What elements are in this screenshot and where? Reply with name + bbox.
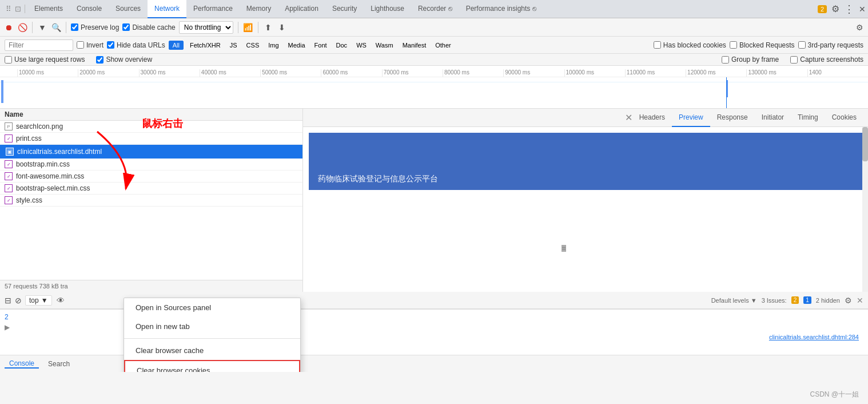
hide-data-urls-checkbox[interactable]: Hide data URLs	[107, 41, 165, 49]
filter-icon[interactable]: ▼	[37, 22, 47, 33]
filter-input[interactable]	[5, 39, 73, 51]
preview-blue-bar: 药物临床试验登记与信息公示平台	[309, 133, 862, 190]
tab-security[interactable]: Security	[325, 0, 364, 18]
tab-network[interactable]: Network	[148, 0, 186, 18]
has-blocked-cookies-checkbox[interactable]: Has blocked cookies	[654, 41, 726, 49]
tab-performance[interactable]: Performance	[186, 0, 240, 18]
show-overview-checkbox[interactable]: Show overview	[96, 56, 152, 64]
tab-console-bottom[interactable]: Console	[5, 359, 39, 369]
preview-scroll[interactable]: 药物临床试验登记与信息公示平台	[303, 127, 868, 292]
console-close-icon[interactable]: ✕	[857, 296, 863, 305]
tab-lighthouse[interactable]: Lighthouse	[364, 0, 411, 18]
close-icon[interactable]: ✕	[859, 5, 866, 14]
tab-application[interactable]: Application	[278, 0, 325, 18]
export-icon[interactable]: ⬇	[277, 22, 287, 33]
group-by-frame-checkbox[interactable]: Group by frame	[722, 56, 779, 64]
more-icon[interactable]: ⋮	[844, 3, 854, 15]
tab-timing[interactable]: Timing	[791, 109, 825, 127]
import-icon[interactable]: ⬆	[263, 22, 273, 33]
name-column-header: Name	[5, 110, 23, 118]
blocked-requests-input[interactable]	[730, 41, 737, 49]
scrollbar-thumb[interactable]	[862, 127, 868, 161]
expand-icon[interactable]: ▶	[5, 323, 10, 331]
tab-recorder[interactable]: Recorder ⎋	[411, 0, 459, 18]
file-item[interactable]: ✓ bootstrap.min.css	[0, 159, 302, 171]
default-levels-label[interactable]: Default levels ▼	[711, 297, 757, 304]
large-rows-checkbox[interactable]: Use large request rows	[5, 56, 85, 64]
file-item[interactable]: ✓ font-awesome.min.css	[0, 171, 302, 183]
tick-12: 130000 ms	[746, 69, 807, 77]
filter-css-btn[interactable]: CSS	[244, 41, 262, 49]
clear-icon[interactable]: 🚫	[17, 22, 27, 33]
panel-close-icon[interactable]: ✕	[625, 112, 632, 123]
tab-sources[interactable]: Sources	[109, 0, 148, 18]
preview-title: 药物临床试验登记与信息公示平台	[318, 174, 438, 184]
hide-data-urls-input[interactable]	[107, 41, 114, 49]
tab-memory[interactable]: Memory	[240, 0, 278, 18]
filter-other-btn[interactable]: Other	[432, 41, 454, 49]
eye-icon[interactable]: 👁	[57, 296, 65, 305]
ctx-open-sources[interactable]: Open in Sources panel	[124, 298, 300, 317]
show-overview-input[interactable]	[96, 56, 103, 64]
tab-initiator[interactable]: Initiator	[755, 109, 791, 127]
devtools-settings-icon[interactable]: ⚙	[854, 22, 865, 33]
search-icon[interactable]: 🔍	[51, 22, 61, 33]
filter-fetchxhr-btn[interactable]: Fetch/XHR	[187, 41, 224, 49]
hidden-settings-icon[interactable]: ⚙	[845, 296, 852, 305]
capture-screenshots-input[interactable]	[790, 56, 798, 64]
large-rows-input[interactable]	[5, 56, 12, 64]
file-item[interactable]: ✓ style.css	[0, 195, 302, 207]
filter-doc-btn[interactable]: Doc	[333, 41, 351, 49]
tab-elements[interactable]: Elements	[27, 0, 70, 18]
tab-cookies[interactable]: Cookies	[825, 109, 863, 127]
disable-cache-input[interactable]	[122, 23, 130, 31]
sep4	[258, 22, 258, 33]
filter-img-btn[interactable]: Img	[265, 41, 281, 49]
file-item-selected[interactable]: ▣ clinicaltrials.searchlist.dhtml	[0, 145, 302, 159]
third-party-input[interactable]	[798, 41, 806, 49]
filter-wasm-btn[interactable]: Wasm	[373, 41, 396, 49]
tab-console[interactable]: Console	[70, 0, 109, 18]
tick-11: 120000 ms	[686, 69, 746, 77]
group-by-frame-input[interactable]	[722, 56, 729, 64]
capture-screenshots-checkbox[interactable]: Capture screenshots	[790, 56, 863, 64]
filter-media-btn[interactable]: Media	[285, 41, 308, 49]
wifi-icon[interactable]: 📶	[243, 22, 253, 33]
filter-font-btn[interactable]: Font	[312, 41, 330, 49]
settings-icon[interactable]: ⚙	[831, 3, 839, 14]
tab-preview[interactable]: Preview	[672, 109, 710, 127]
console-drawer-icon[interactable]: ⊟	[5, 296, 11, 305]
tab-headers[interactable]: Headers	[632, 109, 672, 127]
tab-search-bottom[interactable]: Search	[43, 360, 74, 368]
invert-input[interactable]	[77, 41, 84, 49]
blocked-requests-checkbox[interactable]: Blocked Requests	[730, 41, 795, 49]
devtools-icons: ⠿ ⊡	[2, 5, 25, 13]
file-item[interactable]: ✓ print.css	[0, 133, 302, 145]
third-party-checkbox[interactable]: 3rd-party requests	[798, 41, 863, 49]
tick-9: 100000 ms	[564, 69, 625, 77]
tab-performance-insights[interactable]: Performance insights ⎋	[459, 0, 543, 18]
console-clear-icon[interactable]: ⊘	[15, 296, 22, 305]
throttle-select[interactable]: No throttling	[179, 21, 233, 34]
invert-checkbox[interactable]: Invert	[77, 41, 103, 49]
file-item[interactable]: ✓ bootstrap-select.min.css	[0, 183, 302, 195]
ctx-clear-cache[interactable]: Clear browser cache	[124, 341, 300, 360]
timeline-ruler: 10000 ms 20000 ms 30000 ms 40000 ms 5000…	[0, 66, 868, 77]
undock-icon[interactable]: ⊡	[15, 5, 21, 13]
stop-recording-icon[interactable]: ⏺	[3, 22, 14, 33]
filter-manifest-btn[interactable]: Manifest	[400, 41, 429, 49]
ctx-open-new-tab[interactable]: Open in new tab	[124, 317, 300, 336]
filter-ws-btn[interactable]: WS	[353, 41, 369, 49]
console-top-select[interactable]: top ▼	[25, 295, 52, 306]
tab-response[interactable]: Response	[710, 109, 755, 127]
preserve-log-checkbox[interactable]: Preserve log	[71, 23, 119, 31]
file-item[interactable]: P searchIcon.png	[0, 121, 302, 133]
options-row: Use large request rows Show overview Gro…	[0, 54, 868, 66]
console-source-link[interactable]: clinicaltrials.searchlist.dhtml:284	[769, 334, 859, 340]
has-blocked-input[interactable]	[654, 41, 661, 49]
disable-cache-checkbox[interactable]: Disable cache	[122, 23, 175, 31]
filter-all-btn[interactable]: All	[169, 41, 184, 50]
ctx-clear-cookies[interactable]: Clear browser cookies	[124, 360, 300, 372]
preserve-log-input[interactable]	[71, 23, 78, 31]
filter-js-btn[interactable]: JS	[227, 41, 240, 49]
